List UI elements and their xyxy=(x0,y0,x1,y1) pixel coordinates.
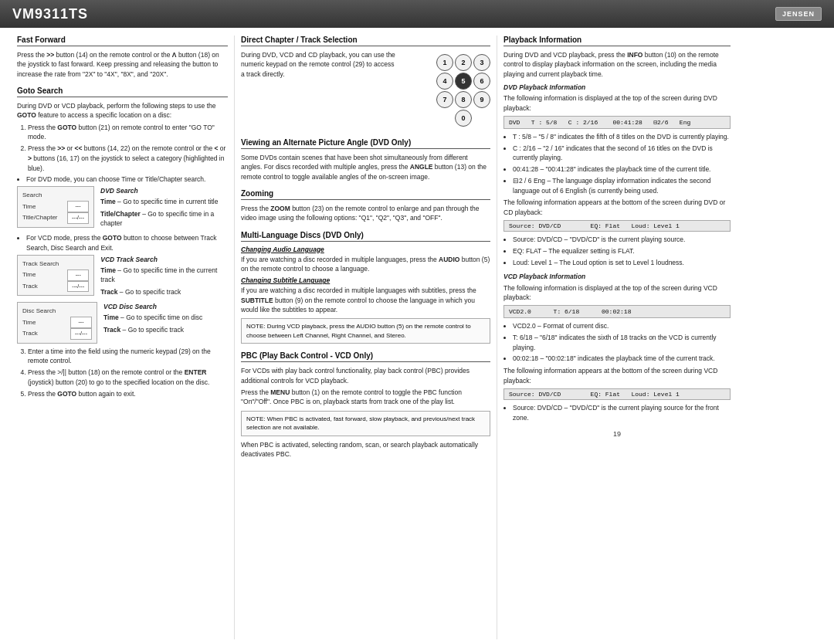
dvd-search-label-title: Title/Chapter xyxy=(22,212,66,223)
page-number: 19 xyxy=(503,430,731,438)
vcd-track-time-row: Time --- xyxy=(22,269,89,281)
dvd-search-chapter-desc: Title/Chapter – Go to specific time in a… xyxy=(100,209,228,229)
dvd-search-row-time: Time --- xyxy=(22,201,89,212)
vcd-disc-title-row: Disc Search xyxy=(22,306,92,317)
key-7[interactable]: 7 xyxy=(436,91,453,108)
col3: Playback Information During DVD and VCD … xyxy=(497,36,737,639)
dvd-bar-text: DVD T : 5/8 C : 2/16 00:41:28 ⊟2/6 Eng xyxy=(509,119,690,126)
vcd-playback-info-body: The following information is displayed a… xyxy=(503,283,731,303)
zooming-title: Zooming xyxy=(241,189,490,200)
viewing-angle-title: Viewing an Alternate Picture Angle (DVD … xyxy=(241,138,490,149)
changing-subtitle-body: If you are watching a disc recorded in m… xyxy=(241,286,490,314)
vcd-track-track-label: Track xyxy=(22,281,66,292)
goto-steps-after: Enter a time into the field using the nu… xyxy=(17,347,228,399)
dvd-search-row-title: Title/Chapter ---/--- xyxy=(22,212,89,224)
dvd-search-box: Search Time --- Title/Chapter ---/--- xyxy=(17,186,94,228)
direct-chapter-body-text: During DVD, VCD and CD playback, you can… xyxy=(241,50,396,81)
dvd-search-desc: DVD Search Time – Go to specific time in… xyxy=(100,186,228,230)
key-9[interactable]: 9 xyxy=(473,91,490,108)
dvd-search-title-dots: ---/--- xyxy=(67,212,89,224)
vcd-bullet-3: 00:02:18 – "00:02:18" indicates the play… xyxy=(513,354,731,364)
vcd-disc-track-desc: Track – Go to specific track xyxy=(103,325,202,334)
vcd-disc-time-dots: --- xyxy=(70,317,92,328)
key-6[interactable]: 6 xyxy=(473,73,490,90)
goto-bullet-dvd: For DVD mode, you can choose Time or Tit… xyxy=(26,175,228,185)
vcd-track-track-row: Track ---/--- xyxy=(22,281,89,293)
vcd-playback-info-label: VCD Playback Information xyxy=(503,272,731,281)
vcd-disc-box: Disc Search Time --- Track ---/--- xyxy=(17,302,97,344)
vcd-disc-time-desc: Time – Go to specific time on disc xyxy=(103,313,202,322)
vcd-track-desc: VCD Track Search Time – Go to specific t… xyxy=(100,255,228,299)
dvd-search-label-time: Time xyxy=(22,202,66,212)
col2: Direct Chapter / Track Selection During … xyxy=(235,36,497,639)
dvd-search-time-dots: --- xyxy=(67,201,89,212)
vcd-disc-time-label: Time xyxy=(22,317,69,328)
dvd-bullet-4: ⊟2 / 6 Eng – The language display inform… xyxy=(513,176,731,196)
pbc-body3: When PBC is activated, selecting random,… xyxy=(241,440,490,459)
pbc-note: NOTE: When PBC is activated, fast forwar… xyxy=(241,411,490,436)
vcd-track-box: Track Search Time --- Track ---/--- xyxy=(17,255,94,297)
vcd-track-row: Track Search Time --- Track ---/--- VCD … xyxy=(17,255,228,299)
playback-info-body: During DVD and VCD playback, press the I… xyxy=(503,50,731,79)
dvd-search-label-search: Search xyxy=(22,190,69,201)
goto-bullets: For DVD mode, you can choose Time or Tit… xyxy=(17,175,228,185)
viewing-angle-section: Viewing an Alternate Picture Angle (DVD … xyxy=(241,138,490,181)
pbc-body1: For VCDs with play back control function… xyxy=(241,366,490,385)
vcd-disc-time-row: Time --- xyxy=(22,317,92,328)
vcd-disc-search-label: VCD Disc Search xyxy=(103,302,202,311)
pbc-title: PBC (Play Back Control - VCD Only) xyxy=(241,351,490,362)
dvd-search-row: Search Time --- Title/Chapter ---/--- DV… xyxy=(17,186,228,230)
direct-chapter-section: Direct Chapter / Track Selection During … xyxy=(241,36,490,130)
key-8[interactable]: 8 xyxy=(455,91,472,108)
numpad: 1 2 3 4 5 6 7 8 9 0 xyxy=(436,54,490,127)
direct-chapter-content: During DVD, VCD and CD playback, you can… xyxy=(241,50,490,130)
zooming-body: Press the ZOOM button (23) on the remote… xyxy=(241,204,490,223)
fast-forward-section: Fast Forward Press the >> button (14) on… xyxy=(17,36,228,79)
source-bar-1-text: Source: DVD/CD EQ: Flat Loud: Level 1 xyxy=(509,222,680,229)
header-title: VM9311TS xyxy=(12,6,88,22)
vcd-track-time-desc: Time – Go to specific time in the curren… xyxy=(100,266,228,285)
key-2[interactable]: 2 xyxy=(455,54,472,71)
viewing-angle-body: Some DVDs contain scenes that have been … xyxy=(241,153,490,181)
numpad-container: 1 2 3 4 5 6 7 8 9 0 xyxy=(405,50,490,130)
key-1[interactable]: 1 xyxy=(436,54,453,71)
zooming-section: Zooming Press the ZOOM button (23) on th… xyxy=(241,189,490,223)
vcd-bar-text: VCD2.0 T: 6/18 00:02:18 xyxy=(509,308,631,315)
playback-info-section: Playback Information During DVD and VCD … xyxy=(503,36,731,422)
vcd-bullets-list: VCD2.0 – Format of current disc. T: 6/18… xyxy=(503,321,731,364)
fast-forward-title: Fast Forward xyxy=(17,36,228,46)
goto-vcd-bullet: For VCD mode, press the GOTO button to c… xyxy=(17,233,228,253)
key-4[interactable]: 4 xyxy=(436,73,453,90)
dvd-bottom-desc: The following information appears at the… xyxy=(503,198,731,217)
source-bullet-1: Source: DVD/CD – "DVD/CD" is the current… xyxy=(513,235,731,245)
changing-subtitle-label: Changing Subtitle Language xyxy=(241,276,490,284)
goto-step-4: Press the >/|| button (18) on the remote… xyxy=(28,368,228,388)
dvd-playback-info-label: DVD Playback Information xyxy=(503,83,731,92)
vcd-bullet-2: T: 6/18 – "6/18" indicates the sixth of … xyxy=(513,333,731,353)
dvd-search-row-search: Search xyxy=(22,190,89,201)
source-bullet-3: Loud: Level 1 – The Loud option is set t… xyxy=(513,258,731,268)
header: VM9311TS JENSEN xyxy=(0,0,834,28)
vcd-bottom-desc: The following information appears at the… xyxy=(503,366,731,385)
vcd-track-time-label: Time xyxy=(22,269,66,280)
pbc-body2: Press the MENU button (1) on the remote … xyxy=(241,388,490,407)
vcd-disc-desc: VCD Disc Search Time – Go to specific ti… xyxy=(103,302,202,337)
source-bullet-2: EQ: FLAT – The equalizer setting is FLAT… xyxy=(513,246,731,256)
source-bullets-list: Source: DVD/CD – "DVD/CD" is the current… xyxy=(503,235,731,267)
dvd-info-bar: DVD T : 5/8 C : 2/16 00:41:28 ⊟2/6 Eng xyxy=(503,116,731,129)
vcd-disc-track-label: Track xyxy=(22,328,69,339)
vcd-disc-title-label: Disc Search xyxy=(22,306,69,317)
vcd-track-title-row: Track Search xyxy=(22,259,89,269)
playback-info-title: Playback Information xyxy=(503,36,731,46)
goto-step-3: Enter a time into the field using the nu… xyxy=(28,347,228,367)
key-3[interactable]: 3 xyxy=(473,54,490,71)
vcd-track-title-label: Track Search xyxy=(22,259,69,269)
goto-steps-list: Press the GOTO button (21) on remote con… xyxy=(17,123,228,174)
key-0[interactable]: 0 xyxy=(455,110,472,127)
dvd-bullet-3: 00:41:28 – "00:41:28" indicates the play… xyxy=(513,164,731,175)
changing-audio-body: If you are watching a disc recorded in m… xyxy=(241,255,490,274)
key-5[interactable]: 5 xyxy=(455,73,472,90)
goto-step-1: Press the GOTO button (21) on remote con… xyxy=(28,123,228,143)
vcd-disc-track-dots: ---/--- xyxy=(70,328,92,340)
source-bar-2: Source: DVD/CD EQ: Flat Loud: Level 1 xyxy=(503,388,731,400)
